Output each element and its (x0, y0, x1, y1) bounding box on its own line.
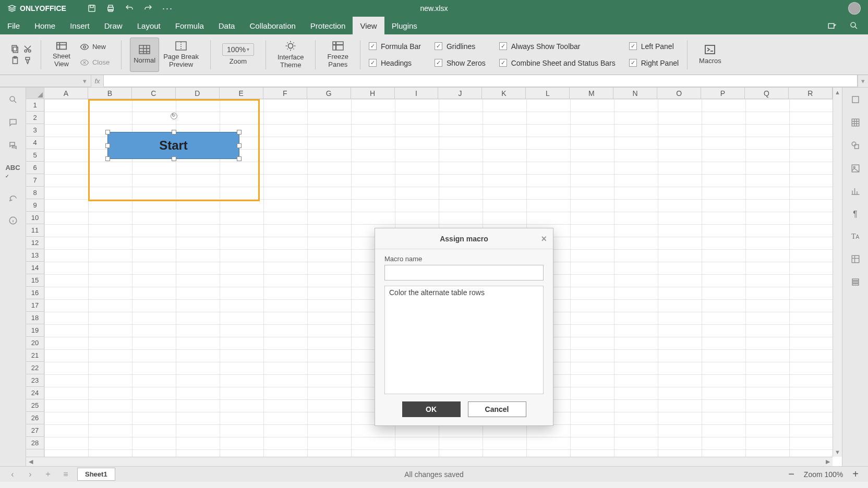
more-icon[interactable]: ··· (162, 3, 173, 14)
row-header[interactable]: 4 (26, 137, 44, 149)
col-header[interactable]: Q (745, 88, 789, 99)
chat-icon[interactable] (8, 141, 18, 150)
row-header[interactable]: 24 (26, 387, 44, 399)
spellcheck-icon[interactable]: ABC✓ (5, 164, 20, 179)
sheet-list-icon[interactable]: ≡ (59, 470, 72, 479)
col-header[interactable]: E (220, 88, 263, 99)
zoom-value[interactable]: 100%▾ (222, 43, 254, 56)
user-avatar[interactable] (848, 2, 861, 15)
page-break-button[interactable]: Page Break Preview (160, 38, 202, 72)
slicer-settings-icon[interactable] (851, 277, 860, 287)
row-header[interactable]: 3 (26, 124, 44, 137)
col-header[interactable]: F (263, 88, 307, 99)
row-header[interactable]: 21 (26, 349, 44, 362)
tab-protection[interactable]: Protection (303, 17, 353, 34)
info-icon[interactable] (8, 216, 18, 225)
row-header[interactable]: 23 (26, 374, 44, 387)
col-header[interactable]: K (482, 88, 526, 99)
sheet-tab[interactable]: Sheet1 (77, 468, 115, 481)
start-shape[interactable]: Start (107, 132, 239, 159)
close-view-button[interactable]: Close (77, 56, 113, 69)
col-header[interactable]: R (789, 88, 833, 99)
row-header[interactable]: 5 (26, 149, 44, 162)
tab-view[interactable]: View (353, 17, 384, 34)
tab-home[interactable]: Home (27, 17, 63, 34)
col-header[interactable]: J (438, 88, 482, 99)
col-header[interactable]: N (613, 88, 657, 99)
row-header[interactable]: 18 (26, 312, 44, 324)
col-header[interactable]: A (44, 88, 88, 99)
feedback-icon[interactable] (8, 193, 18, 202)
macros-button[interactable]: Macros (696, 38, 725, 72)
check-right-panel[interactable]: ✓Right Panel (629, 57, 679, 69)
formula-expand[interactable]: ▾ (858, 75, 868, 87)
image-settings-icon[interactable] (851, 164, 860, 173)
check-headings[interactable]: ✓Headings (369, 57, 421, 69)
zoom-out-icon[interactable]: − (788, 468, 794, 480)
open-location-icon[interactable] (827, 21, 837, 30)
name-box[interactable]: ▾ (0, 75, 91, 87)
prev-sheet-icon[interactable]: ‹ (6, 470, 19, 479)
save-icon[interactable] (87, 4, 97, 13)
macro-list[interactable]: Color the alternate table rows (384, 286, 544, 394)
comments-icon[interactable] (8, 118, 18, 127)
tab-collaboration[interactable]: Collaboration (242, 17, 303, 34)
tab-data[interactable]: Data (211, 17, 243, 34)
cancel-button[interactable]: Cancel (468, 401, 526, 417)
row-header[interactable]: 19 (26, 324, 44, 337)
redo-icon[interactable] (143, 4, 153, 13)
normal-view-button[interactable]: Normal (130, 38, 159, 72)
undo-icon[interactable] (125, 4, 134, 13)
freeze-panes-button[interactable]: Freeze Panes (324, 38, 351, 72)
vertical-scrollbar[interactable]: ▲ ▼ (833, 88, 842, 457)
row-header[interactable]: 12 (26, 237, 44, 249)
row-header[interactable]: 2 (26, 112, 44, 124)
spreadsheet[interactable]: ABCDEFGHIJKLMNOPQR 123456789101112131415… (26, 88, 842, 466)
search-icon[interactable] (8, 95, 18, 104)
row-header[interactable]: 11 (26, 224, 44, 237)
row-header[interactable]: 6 (26, 162, 44, 174)
row-header[interactable]: 7 (26, 174, 44, 187)
copy-icon[interactable] (10, 44, 20, 54)
col-header[interactable]: O (657, 88, 701, 99)
tab-formula[interactable]: Formula (168, 17, 211, 34)
check-show-zeros[interactable]: ✓Show Zeros (435, 57, 486, 69)
scroll-right-icon[interactable]: ▶ (823, 457, 833, 466)
column-headers[interactable]: ABCDEFGHIJKLMNOPQR (44, 88, 833, 99)
row-header[interactable]: 25 (26, 399, 44, 412)
row-header[interactable]: 28 (26, 437, 44, 449)
add-sheet-icon[interactable]: ＋ (42, 469, 54, 480)
tab-layout[interactable]: Layout (130, 17, 168, 34)
pivot-settings-icon[interactable] (851, 254, 860, 264)
tab-file[interactable]: File (0, 17, 27, 34)
check-combine-bars[interactable]: ✓Combine Sheet and Status Bars (499, 57, 616, 69)
row-header[interactable]: 22 (26, 362, 44, 374)
format-painter-icon[interactable] (23, 56, 32, 65)
formula-input[interactable] (104, 75, 858, 87)
new-view-button[interactable]: New (77, 40, 113, 54)
print-icon[interactable] (106, 4, 115, 13)
row-header[interactable]: 1 (26, 99, 44, 112)
row-header[interactable]: 17 (26, 299, 44, 312)
check-formula-bar[interactable]: ✓Formula Bar (369, 41, 421, 52)
zoom-in-icon[interactable]: + (852, 468, 859, 480)
zoom-button[interactable]: 100%▾ Zoom (219, 38, 257, 72)
paste-icon[interactable] (10, 56, 20, 65)
horizontal-scrollbar[interactable]: ◀ ▶ (26, 457, 833, 466)
col-header[interactable]: P (701, 88, 745, 99)
tab-insert[interactable]: Insert (63, 17, 97, 34)
select-all-corner[interactable] (26, 88, 44, 99)
tab-plugins[interactable]: Plugins (384, 17, 425, 34)
check-always-toolbar[interactable]: ✓Always Show Toolbar (499, 41, 616, 52)
row-header[interactable]: 14 (26, 262, 44, 274)
dialog-close-icon[interactable]: × (541, 234, 547, 245)
col-header[interactable]: M (570, 88, 613, 99)
rotate-handle[interactable] (171, 113, 177, 119)
col-header[interactable]: C (132, 88, 176, 99)
ok-button[interactable]: OK (402, 401, 461, 417)
sheet-view-button[interactable]: Sheet View (50, 38, 74, 72)
check-left-panel[interactable]: ✓Left Panel (629, 41, 679, 52)
row-header[interactable]: 20 (26, 337, 44, 349)
shape-settings-icon[interactable] (851, 141, 860, 150)
cut-icon[interactable] (23, 44, 32, 54)
